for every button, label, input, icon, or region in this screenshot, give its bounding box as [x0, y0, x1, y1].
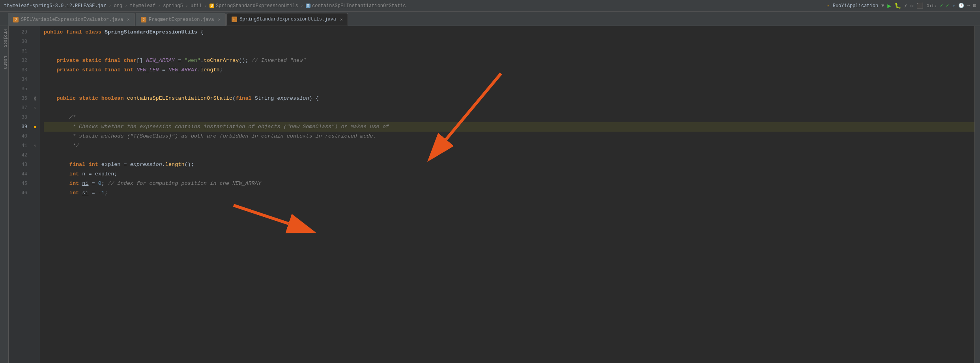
git-check2[interactable]: ✓ — [946, 3, 949, 9]
git-undo[interactable]: ↩ — [967, 3, 970, 9]
git-check1[interactable]: ✓ — [940, 3, 943, 9]
ln-46: 46 — [9, 188, 27, 198]
tab-label-spel: SPELVariableExpressionEvaluator.java — [21, 17, 123, 22]
tab-spel[interactable]: J SPELVariableExpressionEvaluator.java ✕ — [8, 13, 135, 26]
breadcrumb-org[interactable]: org — [114, 3, 122, 9]
gutter-36b[interactable]: ▽ — [30, 103, 40, 113]
editor-area: 29 30 31 32 33 34 35 36 37 38 39 40 41 4… — [9, 26, 980, 363]
ln-38: 38 — [9, 113, 27, 122]
gutter-40 — [30, 132, 40, 141]
ln-31: 31 — [9, 47, 27, 56]
tabs-bar: J SPELVariableExpressionEvaluator.java ✕… — [0, 12, 980, 26]
git-up[interactable]: ↗ — [952, 3, 955, 9]
code-line-43: final int explen = expression . length (… — [44, 160, 980, 169]
ln-42: 42 — [9, 151, 27, 160]
ln-29: 29 — [9, 28, 27, 37]
breadcrumb-jar[interactable]: thymeleaf-spring5-3.0.12.RELEASE.jar — [4, 3, 106, 9]
var-ni: ni — [82, 179, 88, 188]
ln-44: 44 — [9, 169, 27, 179]
tab-fragment[interactable]: J FragmentExpression.java ✕ — [136, 13, 226, 26]
gutter-42 — [30, 151, 40, 160]
code-line-45: int ni = 0 ; // index for computing posi… — [44, 179, 980, 188]
sidebar-item-project[interactable]: Project — [1, 29, 8, 36]
tab-spring-utils[interactable]: J SpringStandardExpressionUtils.java ✕ — [226, 13, 348, 26]
run-button[interactable]: ▶ — [887, 2, 891, 10]
field-new-array: NEW_ARRAY — [146, 56, 175, 65]
gutter-icons: @ ▽ ● ▽ — [30, 26, 40, 363]
code-line-38: /* — [44, 113, 980, 122]
code-line-33: private static final int NEW_LEN = NEW_A… — [44, 65, 980, 75]
scrollbar-right[interactable] — [974, 26, 980, 363]
sep1: › — [108, 3, 111, 9]
gutter-44 — [30, 169, 40, 179]
breadcrumb-util[interactable]: util — [191, 3, 202, 9]
debug-button[interactable]: 🐛 — [894, 2, 901, 9]
tab-icon-fragment: J — [141, 17, 146, 22]
gutter-30 — [30, 37, 40, 47]
gutter-46 — [30, 188, 40, 198]
tab-close-spel[interactable]: ✕ — [127, 17, 130, 22]
gutter-45 — [30, 179, 40, 188]
dropdown-icon[interactable]: ▼ — [881, 3, 884, 9]
method-name-36: containsSpELInstantiationOrStatic — [127, 94, 232, 103]
more-run-button[interactable]: ⚙ — [911, 3, 914, 9]
main-layout: Project Learn 29 30 31 32 33 34 35 36 37… — [0, 26, 980, 363]
line-numbers: 29 30 31 32 33 34 35 36 37 38 39 40 41 4… — [9, 26, 30, 363]
param-expression: expression — [277, 94, 309, 103]
tab-label-spring-utils: SpringStandardExpressionUtils.java — [239, 17, 336, 22]
code-line-36: public static boolean containsSpELInstan… — [44, 94, 980, 103]
breadcrumb-spring5[interactable]: spring5 — [163, 3, 183, 9]
stop-button[interactable]: ⬛ — [916, 2, 923, 9]
coverage-button[interactable]: ⚡ — [904, 3, 907, 9]
kw-int-46: int — [69, 188, 79, 198]
warning-icon: ⚠ — [827, 3, 829, 9]
breadcrumb-class[interactable]: SpringStandardExpressionUtils — [216, 3, 298, 9]
sidebar-left: Project Learn — [0, 26, 9, 363]
ln-34: 34 — [9, 75, 27, 84]
gutter-38 — [30, 113, 40, 122]
ln-36: 36 — [9, 94, 27, 103]
comment-line-40: * static methods ("T(SomeClass)") as bot… — [44, 132, 376, 141]
ln-35: 35 — [9, 84, 27, 94]
git-history[interactable]: 🕐 — [958, 3, 964, 9]
tab-close-spring-utils[interactable]: ✕ — [340, 17, 343, 22]
layout-icon[interactable]: ⊞ — [973, 3, 976, 9]
tab-icon-spel: J — [13, 17, 19, 22]
gutter-35 — [30, 84, 40, 94]
code-line-41: */ — [44, 141, 980, 151]
field-new-len: NEW_LEN — [137, 65, 159, 75]
ln-43: 43 — [9, 160, 27, 169]
tab-label-fragment: FragmentExpression.java — [149, 17, 214, 22]
breadcrumb-thymeleaf[interactable]: thymeleaf — [130, 3, 155, 9]
ln-40: 40 — [9, 132, 27, 141]
sep2: › — [125, 3, 127, 9]
code-line-37 — [44, 103, 980, 113]
code-line-32: private static final char [] NEW_ARRAY =… — [44, 56, 980, 65]
code-content[interactable]: public final class SpringStandardExpress… — [40, 26, 980, 363]
gutter-43 — [30, 160, 40, 169]
code-line-34 — [44, 75, 980, 84]
ln-33: 33 — [9, 65, 27, 75]
code-line-46: int si = -1 ; — [44, 188, 980, 198]
breadcrumb-method-icon: m — [306, 4, 310, 8]
sidebar-item-learn[interactable]: Learn — [1, 56, 8, 63]
var-si: si — [82, 188, 88, 198]
ln-41: 41 — [9, 141, 27, 151]
ln-30: 30 — [9, 37, 27, 47]
code-line-40: * static methods ("T(SomeClass)") as bot… — [44, 132, 980, 141]
sep5: › — [204, 3, 207, 9]
gutter-41[interactable]: ▽ — [30, 141, 40, 151]
gutter-29 — [30, 28, 40, 37]
tab-close-fragment[interactable]: ✕ — [218, 17, 221, 22]
code-line-42 — [44, 151, 980, 160]
breadcrumb-method[interactable]: containsSpELInstantiationOrStatic — [312, 3, 406, 9]
gutter-34 — [30, 75, 40, 84]
gutter-31 — [30, 47, 40, 56]
run-app-label: RuoYiApplication — [833, 3, 878, 9]
breadcrumb-bar: thymeleaf-spring5-3.0.12.RELEASE.jar › o… — [0, 0, 980, 12]
gutter-36: @ — [30, 94, 40, 103]
code-line-30 — [44, 37, 980, 47]
gutter-33 — [30, 65, 40, 75]
breadcrumb-class-icon: U — [209, 4, 214, 8]
code-line-44: int n = explen; — [44, 169, 980, 179]
